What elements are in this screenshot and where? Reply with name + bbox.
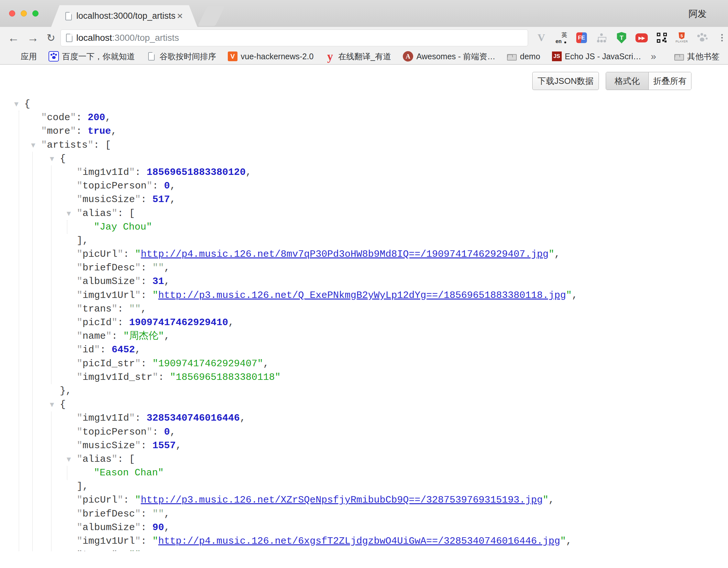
folder-icon: [507, 54, 517, 61]
html5-player-icon[interactable]: 5 PLAYER: [676, 32, 688, 44]
json-value: "周杰伦": [123, 331, 164, 342]
bookmark-item[interactable]: y在线翻译_有道: [325, 51, 391, 62]
json-value: :: [141, 536, 152, 547]
json-url-link[interactable]: http://p3.music.126.net/Q_ExePNkmgB2yWyL…: [158, 290, 566, 301]
json-value: ,: [554, 249, 560, 260]
collapse-toggle-icon[interactable]: ▼: [67, 452, 71, 466]
reload-button[interactable]: ↻: [47, 32, 55, 44]
url-bar[interactable]: localhost :3000/top_artists: [61, 29, 528, 46]
profile-name[interactable]: 阿发: [689, 8, 707, 20]
json-value: ": [135, 249, 141, 260]
new-tab-button[interactable]: [198, 6, 225, 26]
json-value: true: [88, 126, 111, 137]
json-value: ,: [164, 262, 170, 273]
json-value: :: [123, 495, 135, 506]
json-key: img1v1Url: [77, 536, 141, 547]
window-zoom-button[interactable]: [32, 10, 39, 17]
url-host: localhost: [76, 33, 112, 43]
window-close-button[interactable]: [9, 10, 15, 17]
json-url-link[interactable]: http://p4.music.126.net/8mv7qP30Pd3oHW8b…: [141, 249, 548, 260]
json-value: "": [129, 304, 141, 315]
json-url-link[interactable]: http://p3.music.126.net/XZrSQeNpsfjyRmib…: [141, 495, 543, 506]
tab-close-icon[interactable]: ✕: [177, 12, 183, 21]
bookmark-item[interactable]: 百度一下，你就知道: [49, 51, 135, 62]
json-value: : [: [94, 139, 111, 150]
fe-extension-icon[interactable]: FE: [575, 32, 588, 44]
json-line: briefDesc: "",: [0, 507, 728, 521]
json-value: ,: [135, 344, 141, 355]
fast-play-icon[interactable]: ▶▶: [635, 32, 648, 44]
security-shield-icon[interactable]: T: [615, 32, 628, 44]
json-key: briefDesc: [77, 508, 141, 519]
bookmark-item[interactable]: 谷歌按时间排序: [147, 51, 216, 62]
json-key: musicSize: [77, 440, 141, 451]
indent-guide: [51, 412, 51, 551]
json-line: picId_str: "19097417462929407",: [0, 357, 728, 371]
bookmark-item[interactable]: demo: [507, 52, 540, 61]
json-value: 0: [164, 427, 170, 438]
json-value: :: [141, 440, 152, 451]
back-button[interactable]: ←: [8, 32, 19, 44]
bookmark-item[interactable]: AAwesomes - 前端资…: [403, 51, 495, 62]
json-value: :: [76, 112, 88, 123]
json-line: ▼{: [0, 398, 728, 411]
collapse-toggle-icon[interactable]: ▼: [50, 398, 54, 411]
bookmark-item[interactable]: JSEcho JS - JavaScri…: [552, 51, 641, 61]
download-json-button[interactable]: 下载JSON数据: [532, 72, 599, 90]
json-value: :: [123, 249, 135, 260]
json-value: "19097417462929407": [152, 358, 263, 369]
json-value: :: [117, 317, 129, 328]
json-value: ": [543, 495, 548, 506]
vue-devtools-glyph: V: [537, 32, 545, 44]
json-line: picId: 19097417462929410,: [0, 316, 728, 329]
json-line: "Jay Chou": [0, 220, 728, 234]
bookmark-label: 在线翻译_有道: [338, 51, 391, 62]
bookmarks-overflow-icon[interactable]: »: [651, 51, 656, 62]
json-value: {: [60, 153, 66, 164]
translate-icon[interactable]: 英 en: [555, 32, 568, 44]
forward-button[interactable]: →: [27, 32, 39, 44]
window-minimize-button[interactable]: [21, 10, 27, 17]
json-line: img1v1Id_str: "18569651883380118": [0, 371, 728, 384]
paw-extension-icon[interactable]: [696, 32, 708, 44]
other-bookmarks-folder[interactable]: 其他书签: [674, 51, 720, 62]
view-mode-segment: 格式化 折叠所有: [606, 72, 691, 90]
collapse-toggle-icon[interactable]: ▼: [14, 97, 18, 111]
bookmark-item[interactable]: 应用: [8, 51, 37, 62]
json-line: ],: [0, 234, 728, 247]
json-url-link[interactable]: http://p4.music.126.net/6xgsfT2ZLjdgzbwO…: [158, 536, 560, 547]
kebab-dots: [721, 34, 723, 41]
tab-title: localhost:3000/top_artists: [76, 11, 175, 21]
json-value: ,: [105, 112, 111, 123]
youdao-icon: y: [325, 51, 335, 61]
json-value: : [: [117, 208, 135, 219]
html5-shield: 5: [678, 32, 685, 39]
json-value: ,: [164, 331, 170, 342]
collapse-toggle-icon[interactable]: ▼: [50, 152, 54, 165]
json-key: albumSize: [77, 522, 141, 533]
collapse-toggle-icon[interactable]: ▼: [31, 138, 35, 152]
json-value: :: [141, 276, 152, 287]
vue-devtools-icon[interactable]: V: [535, 32, 547, 44]
folder-icon: [674, 54, 684, 61]
json-value: ,: [164, 508, 170, 519]
bookmark-item[interactable]: Vvue-hackernews-2.0: [228, 51, 314, 61]
json-key: topicPerson: [77, 180, 152, 191]
sitemap-icon[interactable]: [595, 32, 608, 44]
json-line: img1v1Url: "http://p4.music.126.net/6xgs…: [0, 534, 728, 548]
json-key: img1v1Id: [77, 167, 135, 178]
collapse-toggle-icon[interactable]: ▼: [67, 206, 71, 220]
bookmark-label: 谷歌按时间排序: [160, 51, 216, 62]
json-key: picUrl: [77, 249, 123, 260]
page-content: 下载JSON数据 格式化 折叠所有 ▼{code: 200,more: true…: [0, 65, 728, 551]
json-line: albumSize: 90,: [0, 521, 728, 534]
page-icon: [65, 12, 72, 20]
browser-tab[interactable]: localhost:3000/top_artists ✕: [51, 5, 197, 27]
browser-menu-icon[interactable]: [716, 32, 728, 44]
collapse-all-button[interactable]: 折叠所有: [649, 72, 691, 90]
json-line: musicSize: 1557,: [0, 439, 728, 452]
format-button[interactable]: 格式化: [606, 72, 649, 90]
qr-code-icon[interactable]: [656, 32, 668, 44]
json-value: ,: [566, 536, 572, 547]
json-line: img1v1Url: "http://p3.music.126.net/Q_Ex…: [0, 289, 728, 302]
